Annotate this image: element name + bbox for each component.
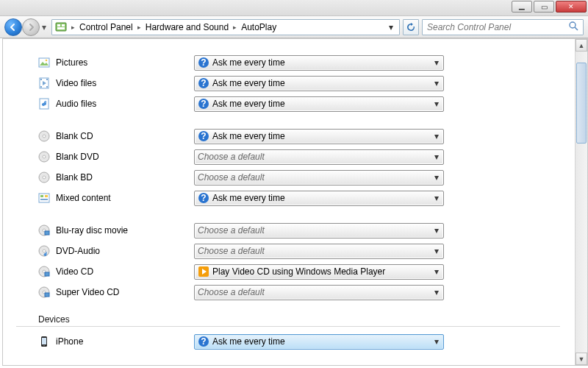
label-audio-files: Audio files — [56, 99, 96, 109]
wmp-icon — [198, 266, 209, 277]
scroll-up-button[interactable]: ▲ — [576, 39, 587, 52]
label-video-files: Video files — [56, 78, 96, 88]
svg-text:?: ? — [201, 336, 206, 347]
search-input[interactable] — [427, 22, 569, 32]
dropdown-mixed-content[interactable]: ? Ask me every time ▾ — [194, 191, 444, 206]
dropdown-value: Choose a default — [198, 225, 430, 236]
nav-history-dropdown[interactable]: ▾ — [40, 18, 49, 36]
scroll-down-button[interactable]: ▼ — [576, 353, 587, 365]
chevron-down-icon: ▾ — [430, 224, 443, 238]
svg-rect-3 — [57, 27, 65, 29]
row-blank-cd: Blank CD ? Ask me every time ▾ — [38, 126, 560, 146]
dropdown-value: Ask me every time — [212, 99, 430, 109]
svg-point-4 — [570, 22, 576, 28]
svg-text:?: ? — [201, 99, 206, 109]
disc-video-icon — [38, 266, 50, 277]
window-close-button[interactable] — [556, 1, 587, 13]
row-video-files: Video files ? Ask me every time ▾ — [38, 73, 560, 93]
dropdown-value: Choose a default — [198, 172, 430, 183]
svg-point-8 — [46, 60, 48, 62]
back-button[interactable] — [4, 18, 22, 36]
chevron-right-icon: ▸ — [70, 24, 76, 31]
chevron-down-icon: ▾ — [430, 77, 443, 91]
scrollbar-thumb[interactable] — [576, 63, 587, 144]
svg-rect-30 — [39, 194, 49, 202]
row-dvd-audio: DVD-Audio Choose a default ▾ — [38, 241, 560, 261]
pictures-icon — [38, 57, 50, 68]
chevron-down-icon: ▾ — [430, 150, 443, 164]
autoplay-settings-panel: Pictures ? Ask me every time ▾ Video fil… — [3, 39, 575, 365]
label-dvd-audio: DVD-Audio — [56, 246, 100, 256]
row-blank-bd: Blank BD Choose a default ▾ — [38, 167, 560, 188]
svg-line-5 — [575, 27, 578, 30]
row-video-cd: Video CD Play Video CD using Windows Med… — [38, 261, 560, 282]
help-icon: ? — [198, 57, 209, 68]
svg-rect-12 — [40, 79, 42, 80]
breadcrumb-root[interactable]: Control Panel — [79, 22, 133, 32]
chevron-down-icon: ▾ — [430, 244, 443, 258]
row-bluray-movie: Blu-ray disc movie Choose a default ▾ — [38, 220, 560, 241]
dropdown-value: Ask me every time — [212, 57, 430, 68]
label-blank-cd: Blank CD — [56, 131, 93, 141]
svg-rect-2 — [62, 24, 65, 26]
dropdown-dvd-audio[interactable]: Choose a default ▾ — [194, 244, 444, 259]
chevron-down-icon: ▾ — [430, 130, 443, 144]
disc-video-icon — [38, 286, 50, 298]
address-bar[interactable]: ▸ Control Panel ▸ Hardware and Sound ▸ A… — [51, 19, 400, 35]
dropdown-video-files[interactable]: ? Ask me every time ▾ — [194, 76, 444, 91]
mixed-content-icon — [38, 192, 50, 204]
svg-rect-38 — [45, 231, 49, 235]
forward-button[interactable] — [22, 18, 40, 36]
row-mixed-content: Mixed content ? Ask me every time ▾ — [38, 188, 560, 208]
dropdown-blank-cd[interactable]: ? Ask me every time ▾ — [194, 129, 444, 144]
search-icon — [569, 21, 578, 33]
dropdown-value: Choose a default — [198, 152, 430, 162]
search-box[interactable] — [422, 19, 584, 35]
chevron-down-icon: ▾ — [430, 97, 443, 111]
chevron-down-icon: ▾ — [430, 335, 443, 349]
dropdown-video-cd[interactable]: Play Video CD using Windows Media Player… — [194, 264, 444, 280]
row-super-video-cd: Super Video CD Choose a default ▾ — [38, 282, 560, 302]
chevron-down-icon: ▾ — [430, 191, 443, 205]
dropdown-blank-bd[interactable]: Choose a default ▾ — [194, 170, 444, 185]
window-maximize-button[interactable] — [534, 1, 554, 13]
label-iphone: iPhone — [56, 336, 83, 347]
svg-rect-6 — [39, 58, 49, 67]
chevron-down-icon: ▾ — [430, 56, 443, 70]
dropdown-value: Choose a default — [198, 246, 430, 256]
chevron-down-icon: ▾ — [430, 265, 443, 279]
svg-point-29 — [43, 176, 46, 179]
address-dropdown[interactable]: ▾ — [386, 22, 396, 32]
dropdown-value: Ask me every time — [212, 78, 430, 88]
svg-rect-14 — [40, 86, 42, 88]
chevron-right-icon: ▸ — [232, 24, 238, 31]
dropdown-value: Ask me every time — [212, 336, 430, 347]
help-icon: ? — [198, 130, 209, 142]
label-super-video-cd: Super Video CD — [56, 287, 120, 297]
svg-text:?: ? — [201, 193, 206, 203]
window-minimize-button[interactable] — [512, 1, 532, 13]
dropdown-audio-files[interactable]: ? Ask me every time ▾ — [194, 96, 444, 112]
svg-rect-31 — [40, 195, 43, 197]
svg-rect-1 — [57, 24, 60, 26]
dropdown-iphone[interactable]: ? Ask me every time ▾ — [194, 334, 444, 350]
chevron-down-icon: ▾ — [430, 171, 443, 185]
svg-rect-43 — [45, 272, 49, 276]
svg-rect-50 — [42, 338, 46, 344]
window-titlebar — [0, 0, 588, 16]
breadcrumb-hardware-sound[interactable]: Hardware and Sound — [146, 22, 229, 32]
help-icon: ? — [198, 98, 209, 110]
dropdown-super-video-cd[interactable]: Choose a default ▾ — [194, 285, 444, 300]
disc-audio-icon — [38, 245, 50, 257]
dropdown-pictures[interactable]: ? Ask me every time ▾ — [194, 55, 444, 71]
svg-point-40 — [43, 250, 46, 252]
dropdown-value: Ask me every time — [212, 131, 430, 141]
refresh-button[interactable] — [403, 19, 419, 35]
label-video-cd: Video CD — [56, 266, 93, 277]
dropdown-blank-dvd[interactable]: Choose a default ▾ — [194, 149, 444, 165]
vertical-scrollbar[interactable]: ▲ ▼ — [575, 39, 587, 365]
dropdown-bluray-movie[interactable]: Choose a default ▾ — [194, 223, 444, 238]
phone-icon — [38, 336, 50, 347]
breadcrumb-autoplay[interactable]: AutoPlay — [241, 22, 276, 32]
label-pictures: Pictures — [56, 57, 87, 68]
